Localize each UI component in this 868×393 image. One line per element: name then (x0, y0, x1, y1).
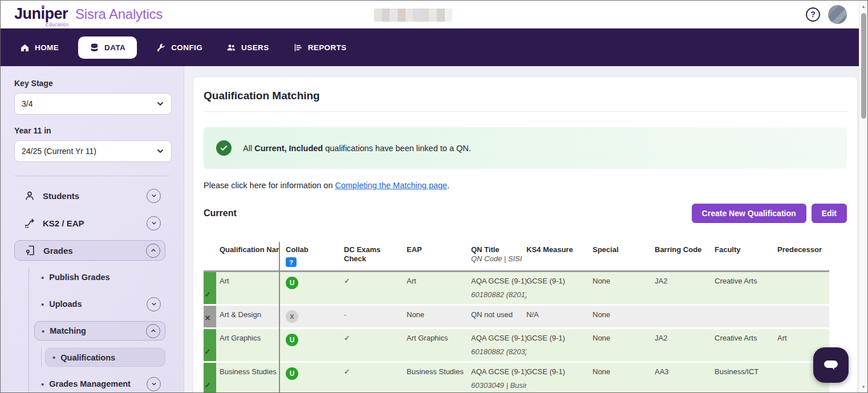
cell-dc-check: ✓ (344, 363, 407, 393)
cell-dc-check: ✓ (344, 272, 407, 304)
success-banner: All Current, Included qualifications hav… (204, 127, 847, 169)
cell-barring: JA2 (655, 272, 715, 304)
cell-faculty: Business/ICT (715, 363, 777, 393)
grades-subtree: • Publish Grades • Uploads • Matching (29, 268, 165, 393)
chat-widget-button[interactable] (813, 347, 849, 383)
cell-eap: None (407, 306, 471, 327)
tab-data[interactable]: DATA (78, 37, 137, 59)
route-icon (23, 217, 36, 229)
cell-dc-check: ✓ (344, 329, 407, 361)
logo[interactable]: Juniper Education Sisra Analytics (14, 6, 163, 22)
col-ks4-measure: KS4 Measure (526, 242, 593, 269)
status-marker-icon: ✕ (204, 306, 216, 327)
cell-faculty: Creative Arts (715, 329, 777, 361)
sidebar-item-students[interactable]: Students (14, 185, 165, 206)
cell-special: None (593, 306, 655, 327)
cell-special: None (593, 329, 655, 361)
bullet-icon: • (42, 327, 44, 335)
bullet-icon: • (41, 300, 44, 309)
cell-special: None (593, 363, 655, 393)
cell-eap: Art Graphics (407, 329, 471, 361)
database-icon (90, 43, 99, 52)
chevron-up-icon[interactable] (146, 324, 160, 338)
collab-badge: U (286, 334, 298, 346)
cell-faculty: Creative Arts (715, 272, 777, 304)
qualifications-table: Qualification Name Collab ? DC Exams Che… (204, 242, 829, 393)
help-icon[interactable]: ? (806, 7, 820, 22)
col-qn-title: QN Title QN Code | SISRA Su (471, 242, 526, 269)
home-icon (20, 43, 30, 52)
cell-qn-title: AQA GCSE (9-1) in A60180882 (8201) | A (471, 272, 526, 304)
chevron-down-icon[interactable] (147, 189, 161, 203)
bullet-icon: • (52, 353, 55, 362)
cell-name: Art Graphics (216, 329, 279, 361)
cell-barring: AA3 (655, 363, 715, 393)
chat-bubble-icon (821, 355, 841, 375)
status-marker-icon: ✓ (204, 329, 216, 361)
cell-ks4: N/A (526, 306, 593, 327)
sidebar-item-uploads[interactable]: • Uploads (34, 294, 165, 314)
col-eap: EAP (407, 242, 471, 269)
sidebar-item-qualifications[interactable]: • Qualifications (45, 348, 165, 367)
reports-icon (293, 43, 303, 52)
check-circle-icon (216, 140, 232, 156)
app-window: Juniper Education Sisra Analytics ? HOME… (0, 0, 868, 393)
cell-ks4: GCSE (9-1) (526, 272, 593, 304)
bullet-icon: • (41, 273, 44, 282)
tab-home[interactable]: HOME (15, 37, 63, 59)
cell-eap: Art (407, 272, 471, 304)
tab-users[interactable]: USERS (222, 37, 274, 59)
matching-help-link[interactable]: Completing the Matching page (335, 181, 448, 190)
tab-config[interactable]: CONFIG (152, 37, 207, 59)
create-new-qualification-button[interactable]: Create New Qualification (692, 204, 806, 223)
award-icon (24, 245, 36, 256)
scrollbar-thumb[interactable] (861, 13, 866, 119)
page-title: Qualification Matching (204, 86, 847, 112)
tab-reports[interactable]: REPORTS (289, 37, 351, 59)
sidebar-item-matching[interactable]: • Matching (34, 321, 165, 341)
chevron-up-icon[interactable] (146, 244, 160, 258)
main-nav: HOME DATA CONFIG USERS REPORTS (1, 29, 867, 66)
col-barring-code: Barring Code (655, 242, 715, 269)
key-stage-label: Key Stage (14, 79, 170, 88)
qualification-matching-card: Qualification Matching All Current, Incl… (193, 76, 858, 393)
scroll-up-icon[interactable]: ▲ (859, 4, 867, 9)
avatar[interactable] (828, 5, 847, 24)
chevron-down-icon[interactable] (147, 297, 161, 311)
cell-qn-title: QN not used (471, 306, 526, 327)
product-name: Sisra Analytics (75, 6, 163, 22)
juniper-logo-education: Education (46, 22, 69, 27)
collab-badge: X (286, 310, 298, 323)
wrench-icon (156, 43, 166, 52)
cell-name: Business Studies (216, 363, 279, 393)
redacted-school-name (374, 9, 452, 22)
year-label: Year 11 in (14, 126, 170, 135)
column-divider (279, 242, 280, 393)
cell-eap: Business Studies (407, 363, 471, 393)
sidebar-divider (14, 176, 170, 176)
sidebar-item-grades-management[interactable]: • Grades Management (34, 374, 165, 393)
sidebar-item-publish-grades[interactable]: • Publish Grades (34, 268, 165, 287)
status-marker-icon: ✓ (204, 363, 216, 393)
chevron-down-icon[interactable] (147, 216, 161, 230)
scrollbar[interactable]: ▲ ▼ (859, 1, 867, 392)
edit-button[interactable]: Edit (812, 204, 847, 223)
sidebar-item-grades[interactable]: Grades (14, 240, 165, 261)
cell-name: Art & Design (216, 306, 279, 327)
cell-predecessor (777, 272, 829, 304)
collab-help-icon[interactable]: ? (286, 257, 297, 267)
scroll-down-icon[interactable]: ▼ (859, 384, 867, 390)
year-select[interactable]: 24/25 (Current Yr 11) (14, 140, 172, 162)
cell-ks4: GCSE (9-1) (526, 363, 593, 393)
col-dc-exams-check: DC Exams Check (344, 242, 407, 269)
table-row: ✕ Art & Design X - None QN not used N/A … (204, 306, 829, 327)
chevron-down-icon[interactable] (147, 377, 161, 391)
col-special: Special (593, 242, 655, 269)
cell-qn-title: AQA GCSE (9-1) in A60180882 (8203) | A (471, 329, 526, 361)
banner-text: All Current, Included qualifications hav… (243, 144, 471, 153)
sidebar-item-ks2-eap[interactable]: KS2 / EAP (14, 213, 165, 233)
key-stage-select[interactable]: 3/4 (14, 93, 172, 115)
cell-predecessor (777, 306, 829, 327)
cell-faculty (715, 306, 777, 327)
table-header: Qualification Name Collab ? DC Exams Che… (204, 242, 829, 272)
